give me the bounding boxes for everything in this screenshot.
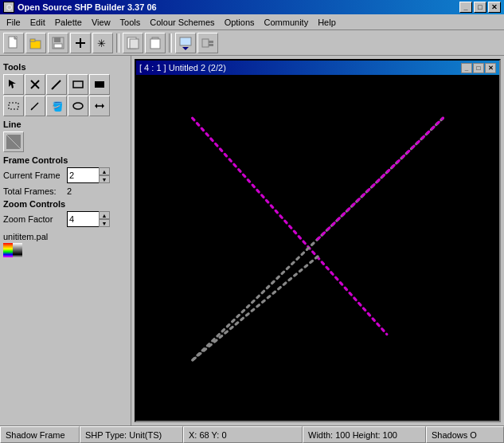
svg-rect-5 xyxy=(54,37,61,42)
new-button[interactable] xyxy=(3,33,24,53)
tool-rect[interactable] xyxy=(68,74,88,95)
separator-1 xyxy=(116,33,119,53)
total-frames-row: Total Frames: 2 xyxy=(3,186,127,196)
pal-filename: unititem.pal xyxy=(3,232,127,241)
line-color-button[interactable] xyxy=(3,131,24,152)
svg-rect-25 xyxy=(95,81,104,88)
menu-help[interactable]: Help xyxy=(313,16,341,29)
current-frame-input-group: 2 ▲ ▼ xyxy=(67,167,110,183)
separator-2 xyxy=(169,33,172,53)
tools-grid: 🪣 xyxy=(3,74,127,116)
main-area: Tools xyxy=(0,56,504,425)
zoom-factor-row: Zoom Factor 4 ▲ ▼ xyxy=(3,211,127,227)
tools-title: Tools xyxy=(3,62,127,72)
line-title: Line xyxy=(3,120,127,129)
zoom-factor-spinner: ▲ ▼ xyxy=(99,211,110,227)
minimize-button[interactable]: _ xyxy=(459,2,472,13)
canvas-close-button[interactable]: ✕ xyxy=(485,63,496,73)
svg-rect-13 xyxy=(150,39,160,49)
canvas-minimize-button[interactable]: _ xyxy=(461,63,472,73)
menu-edit[interactable]: Edit xyxy=(25,16,50,29)
current-frame-down[interactable]: ▼ xyxy=(99,175,110,183)
svg-line-39 xyxy=(193,257,318,360)
save-button[interactable] xyxy=(48,33,68,53)
pal-icon[interactable] xyxy=(3,243,22,257)
zoom-factor-down[interactable]: ▼ xyxy=(99,219,110,227)
menu-palette[interactable]: Palette xyxy=(50,16,87,29)
current-frame-row: Current Frame 2 ▲ ▼ xyxy=(3,167,127,183)
title-bar: ⬡ Open Source SHP Builder 3.37 06 _ □ ✕ xyxy=(0,0,504,14)
svg-point-30 xyxy=(73,103,83,109)
app-icon: ⬡ xyxy=(3,2,14,13)
frame-copy-button[interactable] xyxy=(123,33,143,53)
x-shape-svg xyxy=(136,75,499,421)
tool-dotted-rect[interactable] xyxy=(3,96,24,116)
current-frame-label: Current Frame xyxy=(3,171,67,180)
status-dimensions: Width: 100 Height: 100 xyxy=(303,426,426,443)
zoom-factor-input-group: 4 ▲ ▼ xyxy=(67,211,110,227)
menu-community[interactable]: Community xyxy=(260,16,314,29)
svg-rect-6 xyxy=(54,44,62,48)
zoom-factor-label: Zoom Factor xyxy=(3,214,67,224)
canvas-window-controls: _ □ ✕ xyxy=(461,63,496,73)
close-button[interactable]: ✕ xyxy=(488,2,501,13)
svg-text:✳: ✳ xyxy=(97,37,106,49)
add-button[interactable] xyxy=(70,33,91,53)
star-button[interactable]: ✳ xyxy=(92,33,113,53)
frame-controls: Frame Controls Current Frame 2 ▲ ▼ Total… xyxy=(3,155,127,196)
open-button[interactable] xyxy=(25,33,46,53)
svg-marker-33 xyxy=(95,104,97,108)
zoom-factor-value[interactable]: 4 xyxy=(67,211,99,227)
tool-pointer[interactable] xyxy=(25,74,45,95)
zoom-controls: Zoom Controls Zoom Factor 4 ▲ ▼ xyxy=(3,199,127,227)
canvas-title: [ 4 : 1 ] Untitled 2 (2/2) xyxy=(139,63,461,73)
status-coordinates: X: 68 Y: 0 xyxy=(183,426,303,443)
tool-ellipse[interactable] xyxy=(68,96,88,116)
tool-pencil[interactable] xyxy=(25,96,45,116)
window-controls: _ □ ✕ xyxy=(459,2,501,13)
zoom-factor-up[interactable]: ▲ xyxy=(99,211,110,219)
menu-bar: File Edit Palette View Tools Colour Sche… xyxy=(0,14,504,30)
svg-marker-15 xyxy=(182,47,189,50)
status-shadows: Shadows O xyxy=(426,426,504,443)
svg-rect-17 xyxy=(209,41,213,43)
menu-tools[interactable]: Tools xyxy=(115,16,146,29)
canvas-area: [ 4 : 1 ] Untitled 2 (2/2) _ □ ✕ xyxy=(131,56,504,425)
status-bar: Shadow Frame SHP Type: Unit(TS) X: 68 Y:… xyxy=(0,425,504,443)
svg-marker-19 xyxy=(9,80,16,88)
tool-arrow2[interactable] xyxy=(89,96,110,116)
pal-file-section: unititem.pal xyxy=(3,232,127,257)
tool-fill-rect[interactable] xyxy=(89,74,110,95)
app-title: Open Source SHP Builder 3.37 06 xyxy=(18,2,459,12)
current-frame-spinner: ▲ ▼ xyxy=(99,167,110,183)
menu-view[interactable]: View xyxy=(87,16,115,29)
svg-rect-14 xyxy=(180,37,191,45)
menu-file[interactable]: File xyxy=(2,16,25,29)
menu-colour-schemes[interactable]: Colour Schemes xyxy=(145,16,219,29)
status-shp-type: SHP Type: Unit(TS) xyxy=(80,426,183,443)
tool-arrow[interactable] xyxy=(3,74,24,95)
line-section: Line xyxy=(3,120,127,152)
svg-text:🪣: 🪣 xyxy=(52,100,62,112)
drawing-area[interactable] xyxy=(136,75,499,421)
frame-paste-button[interactable] xyxy=(145,33,166,53)
export-button[interactable] xyxy=(175,33,196,53)
svg-rect-16 xyxy=(202,39,209,47)
svg-rect-3 xyxy=(30,39,35,41)
current-frame-up[interactable]: ▲ xyxy=(99,167,110,175)
current-frame-value[interactable]: 2 xyxy=(67,167,99,183)
tool-fill[interactable]: 🪣 xyxy=(46,96,67,116)
svg-rect-26 xyxy=(9,103,18,109)
svg-line-36 xyxy=(193,118,387,334)
tool-pen[interactable] xyxy=(46,74,67,95)
menu-options[interactable]: Options xyxy=(220,16,260,29)
total-frames-label: Total Frames: xyxy=(3,186,67,196)
svg-rect-11 xyxy=(130,39,139,49)
maximize-button[interactable]: □ xyxy=(474,2,486,13)
zoom-controls-title: Zoom Controls xyxy=(3,199,127,209)
canvas-window: [ 4 : 1 ] Untitled 2 (2/2) _ □ ✕ xyxy=(135,59,501,422)
svg-rect-24 xyxy=(73,81,83,88)
canvas-maximize-button[interactable]: □ xyxy=(473,63,484,73)
svg-marker-32 xyxy=(102,104,104,108)
plugin-button[interactable] xyxy=(197,33,218,53)
